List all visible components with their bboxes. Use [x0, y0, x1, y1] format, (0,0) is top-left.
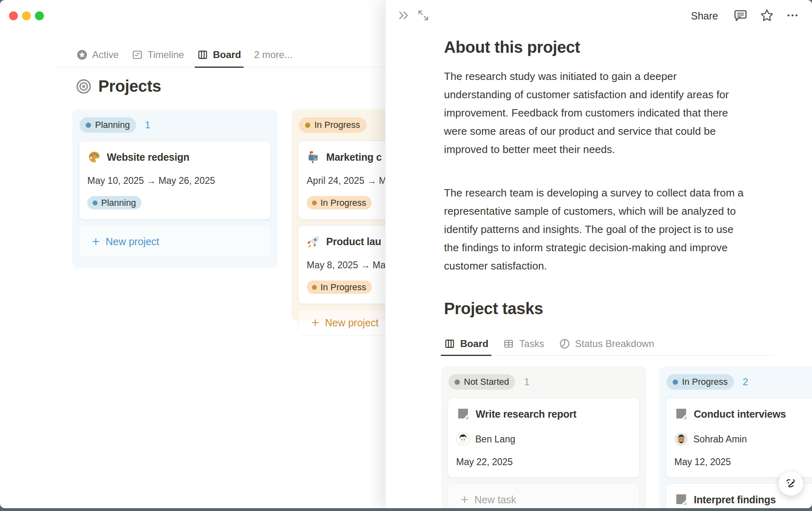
tab-active-view[interactable]: Active [76, 42, 119, 67]
board-icon [197, 49, 208, 60]
task-card-write-research-report[interactable]: Write research report Ben Lang May 22, 2… [448, 398, 640, 478]
tasks-column-not-started: Not Started 1 Write research report Ben … [441, 367, 646, 508]
status-dot [93, 201, 97, 205]
board-icon [444, 338, 455, 349]
card-title: Marketing c [326, 151, 382, 163]
pie-chart-icon [559, 338, 570, 349]
card-title: Interpret findings [694, 494, 776, 506]
new-project-button[interactable]: New project [79, 225, 271, 258]
status-label: In Progress [682, 377, 728, 387]
about-heading: About this project [444, 38, 580, 56]
close-window-button[interactable] [9, 11, 18, 20]
tab-label: Active [92, 49, 119, 60]
minimize-window-button[interactable] [22, 11, 31, 20]
plus-icon [460, 495, 469, 504]
database-view-tabs: Active Timeline Board 2 more... [53, 42, 385, 67]
status-pill-in-progress[interactable]: In Progress [667, 374, 734, 390]
status-dot [305, 123, 310, 128]
tab-tasks-table-view[interactable]: Tasks [503, 332, 544, 355]
notion-window: Active Timeline Board 2 more... Projects… [0, 0, 812, 508]
plus-icon [311, 318, 320, 327]
card-due-date: May 12, 2025 [674, 457, 812, 468]
project-tasks-heading: Project tasks [444, 300, 543, 318]
project-card-website-redesign[interactable]: Website redesign May 10, 2025 → May 26, … [79, 141, 271, 220]
assignee-name: Sohrab Amin [693, 434, 747, 445]
more-options-icon[interactable] [786, 9, 799, 22]
page-title: Projects [98, 77, 161, 95]
column-count: 1 [524, 376, 529, 388]
column-header: Not Started 1 [448, 374, 640, 390]
status-pill-in-progress[interactable]: In Progress [299, 117, 366, 133]
side-peek-panel: Share About this project The research st… [385, 0, 812, 508]
window-controls [9, 11, 44, 20]
tab-more-views[interactable]: 2 more... [254, 42, 293, 67]
avatar-ben-lang [456, 432, 470, 446]
favorite-star-icon[interactable] [760, 8, 774, 23]
expand-page-icon[interactable] [417, 9, 430, 22]
notion-ai-button[interactable] [778, 471, 803, 496]
avatar-sohrab-amin [674, 432, 688, 446]
zoom-window-button[interactable] [35, 11, 44, 20]
status-label: Planning [101, 198, 136, 208]
card-date-range: May 10, 2025 → May 26, 2025 [87, 175, 262, 186]
tab-tasks-board-view[interactable]: Board [444, 332, 488, 355]
column-header: In Progress 2 [667, 374, 812, 390]
about-paragraph-2: The research team is developing a survey… [444, 184, 745, 275]
board-column-planning: Planning 1 Website redesign May 10, 2025… [72, 110, 277, 268]
screen: Active Timeline Board 2 more... Projects… [0, 0, 812, 511]
status-dot [455, 379, 460, 385]
new-task-label: New task [474, 494, 516, 506]
new-task-button[interactable]: New task [448, 483, 640, 508]
status-label: In Progress [320, 282, 366, 293]
status-dot [673, 379, 678, 385]
tab-label: Board [213, 49, 241, 60]
tab-label: Status Breakdown [575, 338, 654, 349]
column-count: 1 [145, 119, 150, 131]
card-status-tag: In Progress [307, 196, 372, 209]
status-label: Planning [95, 120, 130, 130]
card-status-tag: In Progress [307, 280, 372, 294]
status-label: Not Started [464, 377, 509, 387]
card-title: Website redesign [107, 151, 189, 163]
new-project-label: New project [325, 317, 379, 329]
task-card-conduct-interviews[interactable]: Conduct interviews Sohrab Amin May 12, 2… [666, 398, 812, 478]
column-count: 2 [743, 376, 748, 388]
assignee-name: Ben Lang [475, 434, 515, 445]
tab-label: 2 more... [254, 49, 293, 60]
status-label: In Progress [320, 198, 366, 208]
tab-board-view[interactable]: Board [197, 42, 241, 67]
card-title: Product lau [326, 236, 381, 248]
tab-timeline-view[interactable]: Timeline [132, 42, 184, 67]
status-label: In Progress [314, 120, 360, 130]
status-pill-not-started[interactable]: Not Started [448, 374, 515, 390]
card-status-tag: Planning [87, 196, 141, 209]
status-dot [86, 123, 91, 128]
status-pill-planning[interactable]: Planning [80, 117, 136, 133]
status-dot [312, 201, 317, 205]
card-due-date: May 22, 2025 [456, 457, 631, 468]
table-icon [503, 338, 514, 349]
card-title: Conduct interviews [694, 408, 786, 420]
new-project-label: New project [106, 236, 159, 248]
tab-label: Tasks [519, 338, 544, 349]
tab-label: Timeline [147, 49, 184, 60]
comments-icon[interactable] [733, 8, 748, 23]
tab-status-breakdown-view[interactable]: Status Breakdown [559, 332, 654, 355]
tab-label: Board [460, 338, 488, 349]
share-button[interactable]: Share [691, 10, 718, 22]
target-icon [76, 78, 92, 95]
page-icon [456, 407, 470, 421]
about-paragraph-1: The research study was initiated to gain… [444, 67, 745, 159]
plus-icon [91, 237, 100, 246]
page-icon [674, 493, 688, 507]
close-side-peek-icon[interactable] [397, 9, 410, 22]
rocket-icon [307, 235, 320, 248]
tasks-view-tabs: Board Tasks Status Breakdown [441, 332, 775, 356]
star-circle-icon [76, 49, 88, 60]
mailbox-icon [307, 150, 320, 164]
page-header: Projects [76, 77, 161, 95]
column-header: Planning 1 [80, 117, 271, 133]
page-icon [674, 407, 688, 421]
palette-icon [87, 150, 101, 164]
status-dot [312, 285, 317, 290]
